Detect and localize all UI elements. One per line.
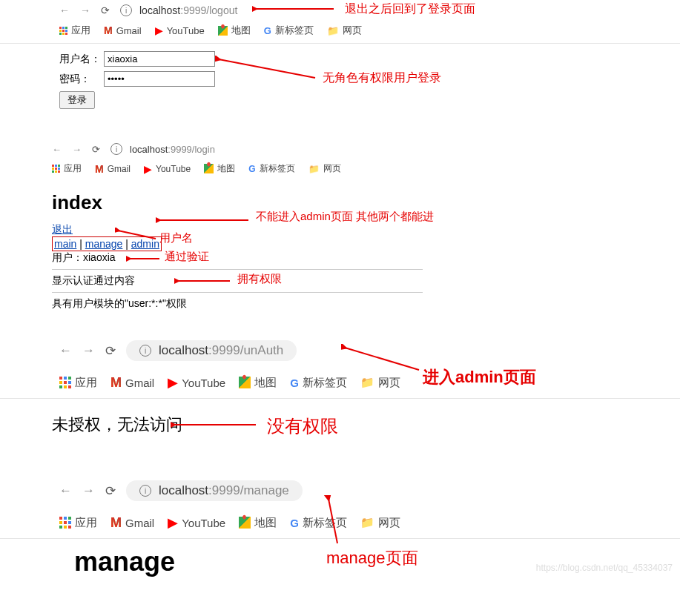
folder-icon: 📁 [308, 164, 320, 174]
gmail-icon: M [95, 163, 104, 175]
url-text: localhost:9999/unAuth [159, 343, 283, 358]
unauthorized-message: 未授权，无法访问 [0, 399, 680, 443]
google-icon: G [290, 377, 299, 389]
apps-shortcut[interactable]: 应用 [59, 376, 97, 390]
maps-label: 地图 [254, 516, 277, 530]
user-line: 用户：xiaoxia [52, 251, 116, 263]
watermark: https://blog.csdn.net/qq_45334037 [536, 563, 673, 573]
web-label: 网页 [378, 376, 400, 390]
folder-icon: 📁 [327, 25, 339, 36]
browser-nav: ← → ⟳ i localhost:9999/logout [0, 0, 680, 21]
apps-label: 应用 [71, 24, 90, 37]
maps-icon [204, 164, 214, 173]
maps-icon [218, 26, 228, 36]
maps-bookmark[interactable]: 地图 [239, 516, 277, 530]
username-input[interactable] [104, 51, 215, 67]
address-bar[interactable]: i localhost:9999/unAuth [126, 340, 297, 361]
index-body: index 退出 main | manage | admin 用户：xiaoxi… [0, 181, 680, 311]
gmail-bookmark[interactable]: MGmail [95, 163, 131, 175]
password-label: 密码： [59, 73, 104, 86]
apps-shortcut[interactable]: 应用 [59, 516, 97, 530]
login-button[interactable]: 登录 [59, 91, 95, 109]
youtube-bookmark[interactable]: ▶YouTube [155, 24, 205, 36]
reload-icon[interactable]: ⟳ [105, 483, 116, 499]
address-bar[interactable]: i localhost:9999/login [110, 143, 215, 155]
url-text: localhost:9999/logout [139, 4, 237, 16]
apps-shortcut[interactable]: 应用 [52, 162, 82, 175]
login-form: 用户名： 密码： 登录 [0, 44, 680, 109]
web-bookmark[interactable]: 📁网页 [360, 516, 400, 530]
bookmarks-bar: 应用 MGmail ▶YouTube 地图 G新标签页 📁网页 [0, 21, 680, 44]
gmail-label: Gmail [125, 517, 154, 529]
newtab-bookmark[interactable]: G新标签页 [264, 24, 314, 37]
nav-links-box: main | manage | admin [52, 236, 162, 251]
youtube-bookmark[interactable]: ▶YouTube [144, 163, 191, 175]
google-icon: G [290, 517, 299, 529]
reload-icon[interactable]: ⟳ [105, 343, 116, 359]
forward-arrow-icon[interactable]: → [82, 343, 95, 358]
newtab-bookmark[interactable]: G新标签页 [248, 162, 294, 175]
maps-bookmark[interactable]: 地图 [218, 24, 251, 37]
forward-arrow-icon[interactable]: → [80, 4, 90, 16]
youtube-label: YouTube [156, 164, 191, 174]
back-arrow-icon[interactable]: ← [59, 4, 70, 16]
back-arrow-icon[interactable]: ← [59, 343, 72, 358]
newtab-bookmark[interactable]: G新标签页 [290, 516, 347, 530]
address-bar[interactable]: i localhost:9999/manage [126, 480, 303, 501]
folder-icon: 📁 [360, 376, 374, 389]
browser-nav: ← → ⟳ i localhost:9999/unAuth [0, 333, 680, 368]
gmail-label: Gmail [125, 377, 154, 389]
apps-shortcut[interactable]: 应用 [59, 24, 90, 37]
google-icon: G [264, 25, 271, 36]
page-heading: index [52, 191, 680, 214]
gmail-icon: M [104, 24, 113, 36]
apps-label: 应用 [75, 376, 97, 390]
section-manage: ← → ⟳ i localhost:9999/manage 应用 MGmail … [0, 473, 680, 577]
info-icon: i [139, 485, 151, 497]
section-index: ← → ⟳ i localhost:9999/login 应用 MGmail ▶… [0, 109, 680, 311]
web-label: 网页 [378, 516, 400, 530]
forward-arrow-icon[interactable]: → [72, 144, 82, 155]
link-manage[interactable]: manage [85, 238, 123, 250]
divider [52, 292, 423, 293]
gmail-bookmark[interactable]: MGmail [110, 375, 154, 391]
password-input[interactable] [104, 71, 215, 87]
web-bookmark[interactable]: 📁网页 [327, 24, 362, 37]
url-text: localhost:9999/login [130, 144, 215, 155]
gmail-bookmark[interactable]: MGmail [104, 24, 142, 36]
web-bookmark[interactable]: 📁网页 [308, 162, 341, 175]
newtab-bookmark[interactable]: G新标签页 [290, 376, 347, 390]
maps-label: 地图 [231, 24, 251, 37]
link-admin[interactable]: admin [131, 238, 159, 250]
reload-icon[interactable]: ⟳ [92, 144, 100, 155]
web-bookmark[interactable]: 📁网页 [360, 376, 400, 390]
maps-bookmark[interactable]: 地图 [204, 162, 235, 175]
youtube-icon: ▶ [168, 374, 178, 391]
forward-arrow-icon[interactable]: → [82, 483, 95, 498]
apps-icon [59, 517, 71, 529]
youtube-bookmark[interactable]: ▶YouTube [168, 514, 225, 531]
info-icon: i [120, 4, 132, 16]
gmail-icon: M [110, 375, 122, 391]
apps-icon [59, 377, 71, 388]
browser-nav: ← → ⟳ i localhost:9999/login [0, 139, 680, 159]
reload-icon[interactable]: ⟳ [101, 4, 110, 16]
newtab-label: 新标签页 [275, 24, 314, 37]
apps-label: 应用 [75, 516, 97, 530]
auth-line: 显示认证通过内容 [52, 274, 135, 286]
address-bar[interactable]: i localhost:9999/logout [120, 4, 237, 16]
link-main[interactable]: main [54, 238, 76, 250]
back-arrow-icon[interactable]: ← [59, 483, 72, 498]
youtube-icon: ▶ [155, 24, 163, 36]
youtube-label: YouTube [182, 377, 225, 389]
gmail-label: Gmail [108, 164, 131, 174]
logout-link[interactable]: 退出 [52, 223, 73, 235]
youtube-bookmark[interactable]: ▶YouTube [168, 374, 225, 391]
gmail-bookmark[interactable]: MGmail [110, 515, 154, 531]
bookmarks-bar: 应用 MGmail ▶YouTube 地图 G新标签页 📁网页 [0, 509, 680, 539]
user-value: xiaoxia [83, 251, 116, 263]
youtube-icon: ▶ [144, 163, 152, 175]
back-arrow-icon[interactable]: ← [52, 144, 62, 155]
maps-bookmark[interactable]: 地图 [239, 376, 277, 390]
perm-line: 具有用户模块的"user:*:*"权限 [52, 297, 187, 309]
